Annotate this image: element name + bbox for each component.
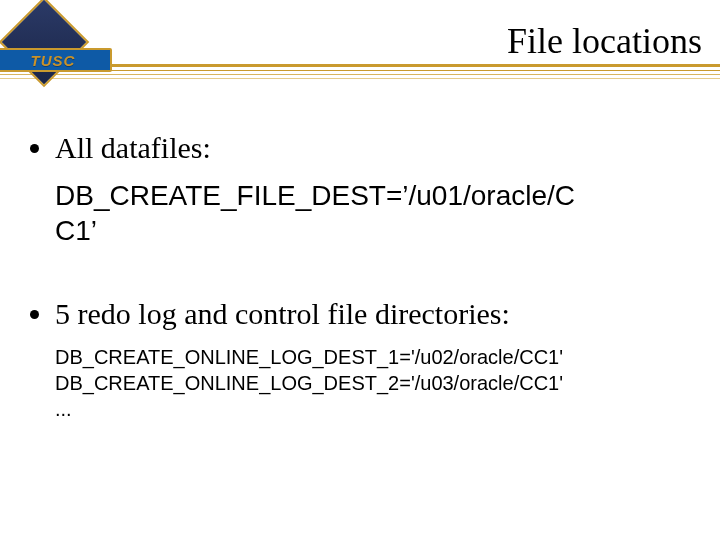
code-log-dest-ellipsis: ... — [55, 396, 690, 422]
logo: TUSC — [0, 8, 134, 98]
slide: TUSC File locations All datafiles: DB_CR… — [0, 0, 720, 540]
logo-text: TUSC — [31, 52, 76, 69]
bullet-dot-icon — [30, 310, 39, 319]
bullet-logdest: 5 redo log and control file directories: — [30, 296, 690, 332]
code-log-dest: DB_CREATE_ONLINE_LOG_DEST_1='/u02/oracle… — [55, 344, 690, 422]
code-log-dest-1: DB_CREATE_ONLINE_LOG_DEST_1='/u02/oracle… — [55, 344, 690, 370]
code-line-1: DB_CREATE_FILE_DEST=’/u01/oracle/C — [55, 178, 680, 213]
logo-bar: TUSC — [0, 48, 112, 72]
page-title: File locations — [507, 20, 702, 62]
bullet-group-logdest: 5 redo log and control file directories:… — [30, 296, 690, 422]
bullet-datafiles-content: All datafiles: — [55, 130, 211, 166]
code-line-2: C1’ — [55, 213, 680, 248]
bullet-dot-icon — [30, 144, 39, 153]
bullet-datafiles: All datafiles: — [30, 130, 690, 166]
header: TUSC File locations — [0, 0, 720, 90]
code-db-create-file-dest: DB_CREATE_FILE_DEST=’/u01/oracle/C C1’ — [55, 178, 680, 248]
code-log-dest-2: DB_CREATE_ONLINE_LOG_DEST_2='/u03/oracle… — [55, 370, 690, 396]
logo-diamond — [0, 0, 89, 87]
bullet-logdest-lead: 5 redo log and control file directories: — [55, 296, 510, 332]
body: All datafiles: DB_CREATE_FILE_DEST=’/u01… — [30, 130, 690, 422]
bullet-datafiles-lead: All datafiles: — [55, 130, 211, 166]
